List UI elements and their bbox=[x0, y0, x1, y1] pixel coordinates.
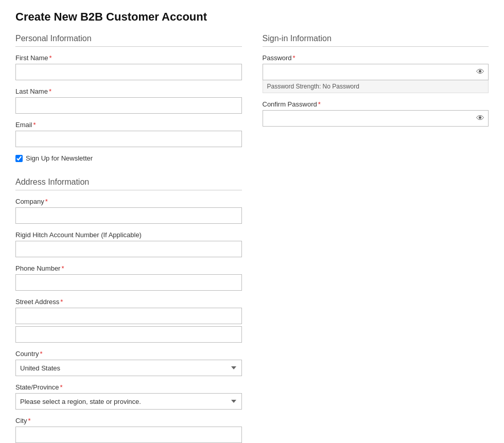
company-label: Company* bbox=[15, 198, 242, 205]
state-label: State/Province* bbox=[15, 383, 242, 391]
password-strength-indicator: Password Strength: No Password bbox=[263, 80, 489, 93]
street-address-field: Street Address* bbox=[15, 298, 242, 343]
personal-section-title: Personal Information bbox=[15, 34, 242, 47]
newsletter-label[interactable]: Sign Up for Newsletter bbox=[26, 154, 93, 162]
email-input[interactable] bbox=[15, 131, 242, 147]
first-name-label: First Name* bbox=[15, 54, 242, 62]
password-label: Password* bbox=[263, 54, 489, 62]
street-address-label: Street Address* bbox=[15, 298, 242, 306]
confirm-password-label: Confirm Password* bbox=[263, 100, 489, 108]
city-field: City* bbox=[15, 417, 242, 443]
phone-label: Phone Number* bbox=[15, 264, 242, 272]
email-label: Email* bbox=[15, 121, 242, 129]
newsletter-group: Sign Up for Newsletter bbox=[15, 154, 242, 162]
password-field: Password* 👁 Password Strength: No Passwo… bbox=[263, 54, 489, 93]
company-input[interactable] bbox=[15, 207, 242, 224]
confirm-password-wrapper: 👁 bbox=[263, 110, 489, 127]
city-label: City* bbox=[15, 417, 242, 424]
confirm-password-toggle-icon[interactable]: 👁 bbox=[476, 114, 484, 122]
last-name-input[interactable] bbox=[15, 97, 242, 114]
phone-field: Phone Number* bbox=[15, 264, 242, 291]
account-number-field: Rigid Hitch Account Number (If Applicabl… bbox=[15, 231, 242, 257]
country-field: Country* United States Canada Mexico bbox=[15, 350, 242, 376]
account-number-label: Rigid Hitch Account Number (If Applicabl… bbox=[15, 231, 242, 239]
confirm-password-field: Confirm Password* 👁 bbox=[263, 100, 489, 127]
street-address-line2-input[interactable] bbox=[15, 326, 242, 343]
address-section-title: Address Information bbox=[15, 178, 242, 190]
password-wrapper: 👁 bbox=[263, 64, 489, 80]
country-label: Country* bbox=[15, 350, 242, 358]
page-title: Create New B2B Customer Account bbox=[15, 10, 489, 24]
street-address-line1-input[interactable] bbox=[15, 308, 242, 324]
first-name-input[interactable] bbox=[15, 64, 242, 80]
company-field: Company* bbox=[15, 198, 242, 224]
account-number-input[interactable] bbox=[15, 241, 242, 257]
state-select[interactable]: Please select a region, state or provinc… bbox=[15, 393, 242, 410]
password-input[interactable] bbox=[263, 64, 489, 80]
password-toggle-icon[interactable]: 👁 bbox=[476, 68, 484, 76]
newsletter-checkbox[interactable] bbox=[15, 155, 23, 162]
state-field: State/Province* Please select a region, … bbox=[15, 383, 242, 410]
last-name-field: Last Name* bbox=[15, 87, 242, 114]
country-select[interactable]: United States Canada Mexico bbox=[15, 360, 242, 376]
first-name-field: First Name* bbox=[15, 54, 242, 80]
signin-section-title: Sign-in Information bbox=[263, 34, 489, 47]
city-input[interactable] bbox=[15, 427, 242, 443]
phone-input[interactable] bbox=[15, 274, 242, 291]
email-field: Email* bbox=[15, 121, 242, 147]
last-name-label: Last Name* bbox=[15, 87, 242, 95]
confirm-password-input[interactable] bbox=[263, 110, 489, 127]
